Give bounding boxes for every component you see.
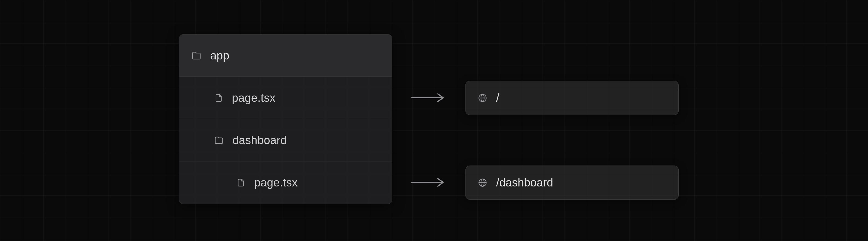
route-path: / — [496, 91, 499, 104]
tree-root-label: app — [210, 49, 229, 62]
diagram-canvas: app page.tsx dashboard — [0, 0, 868, 241]
tree-row-root: app — [179, 34, 392, 77]
tree-item-label: page.tsx — [254, 176, 298, 189]
tree-row: page.tsx — [179, 161, 392, 204]
route-pill: /dashboard — [465, 165, 679, 200]
file-tree-panel: app page.tsx dashboard — [179, 34, 392, 204]
tree-item-label: dashboard — [232, 134, 287, 147]
globe-icon — [478, 93, 488, 103]
folder-icon — [214, 135, 224, 145]
file-icon — [236, 178, 246, 187]
globe-icon — [478, 178, 488, 187]
tree-item-label: page.tsx — [232, 91, 275, 104]
arrow-icon — [410, 92, 447, 103]
tree-row: page.tsx — [179, 77, 392, 119]
arrow-icon — [410, 177, 447, 188]
file-icon — [214, 93, 223, 102]
tree-row: dashboard — [179, 119, 392, 161]
route-pill: / — [465, 81, 679, 115]
folder-icon — [191, 51, 202, 61]
route-path: /dashboard — [496, 176, 553, 189]
